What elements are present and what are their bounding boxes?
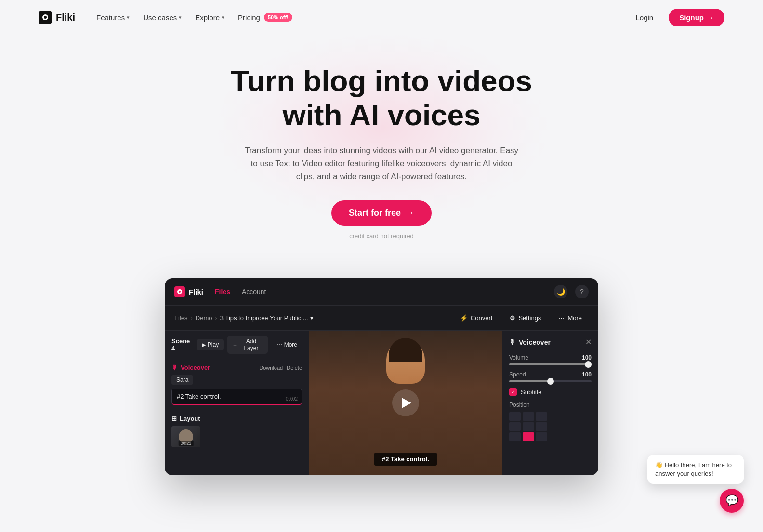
- vo-text-box[interactable]: #2 Take control. 00:02: [171, 389, 302, 405]
- voiceover-header: 🎙 Voiceover Download Delete: [171, 364, 302, 371]
- pos-cell-tr[interactable]: [536, 412, 547, 421]
- pos-cell-tl[interactable]: [509, 412, 521, 421]
- voiceover-section: 🎙 Voiceover Download Delete Sara #2 Take…: [165, 359, 309, 410]
- video-frame: #2 Take control.: [309, 331, 502, 475]
- right-panel-close-button[interactable]: ✕: [585, 337, 592, 347]
- chat-icon: 💬: [725, 494, 738, 507]
- left-panel: Scene 4 ▶ Play ＋ Add Layer ⋯ More: [165, 331, 309, 475]
- dark-mode-button[interactable]: 🌙: [554, 285, 567, 298]
- pos-cell-bl[interactable]: [509, 432, 521, 441]
- breadcrumb-bar: Files › Demo › 3 Tips to Improve Your Pu…: [165, 306, 598, 331]
- pricing-badge: 50% off!: [264, 13, 292, 22]
- person-hair: [389, 338, 422, 362]
- breadcrumb-chevron-icon: ▾: [310, 314, 314, 322]
- breadcrumb-actions: ⚡ Convert ⚙ Settings ⋯ More: [453, 311, 589, 324]
- nav-features[interactable]: Features ▾: [91, 10, 135, 26]
- subtitle-checkbox[interactable]: ✓: [509, 388, 517, 396]
- pos-cell-ml[interactable]: [509, 422, 521, 431]
- speed-setting: Speed 100: [509, 371, 592, 382]
- play-button[interactable]: ▶ Play: [197, 339, 224, 350]
- app-nav-account[interactable]: Account: [242, 288, 266, 296]
- layout-thumbnail[interactable]: 00:21: [171, 426, 200, 447]
- right-panel-mic-icon: 🎙: [509, 338, 516, 346]
- features-chevron-icon: ▾: [127, 14, 130, 21]
- logo[interactable]: Fliki: [39, 11, 75, 24]
- app-logo[interactable]: Fliki: [174, 286, 203, 297]
- layout-grid-icon: ⊞: [171, 415, 177, 422]
- speed-thumb[interactable]: [547, 378, 554, 385]
- play-icon: ▶: [202, 342, 206, 348]
- cta-arrow-icon: →: [406, 208, 414, 218]
- volume-label-row: Volume 100: [509, 354, 592, 361]
- help-button[interactable]: ?: [575, 285, 589, 298]
- pos-cell-mr[interactable]: [536, 422, 547, 431]
- play-overlay-button[interactable]: [392, 389, 419, 416]
- volume-thumb[interactable]: [585, 361, 592, 368]
- convert-icon: ⚡: [460, 314, 468, 322]
- right-panel: 🎙 Voiceover ✕ Volume 100 Speed: [502, 331, 598, 475]
- pos-cell-br[interactable]: [536, 432, 547, 441]
- main-navbar: Fliki Features ▾ Use cases ▾ Explore ▾ P…: [0, 0, 763, 35]
- nav-use-cases[interactable]: Use cases ▾: [137, 10, 187, 26]
- right-panel-title: 🎙 Voiceover: [509, 338, 551, 346]
- svg-point-1: [44, 16, 47, 19]
- position-label: Position: [509, 402, 592, 408]
- nav-pricing[interactable]: Pricing 50% off!: [232, 9, 298, 26]
- vo-timestamp: 00:02: [286, 396, 298, 402]
- hero-section: Turn blog into videos with AI voices Tra…: [0, 35, 763, 259]
- breadcrumb-sep-2: ›: [215, 314, 217, 322]
- sara-tag[interactable]: Sara: [171, 375, 193, 385]
- download-action[interactable]: Download: [259, 365, 283, 371]
- svg-point-3: [179, 291, 181, 293]
- breadcrumb: Files › Demo › 3 Tips to Improve Your Pu…: [174, 314, 314, 322]
- scene-more-button[interactable]: ⋯ More: [272, 339, 302, 350]
- login-button[interactable]: Login: [628, 10, 661, 26]
- volume-fill: [509, 363, 592, 365]
- signup-button[interactable]: Signup →: [669, 9, 724, 26]
- app-navbar-right: 🌙 ?: [554, 285, 589, 298]
- chat-widget: 👋 Hello there, I am here to answer your …: [647, 455, 744, 513]
- more-button[interactable]: ⋯ More: [552, 311, 589, 324]
- signup-arrow-icon: →: [707, 13, 714, 22]
- pos-cell-tc[interactable]: [523, 412, 534, 421]
- start-free-button[interactable]: Start for free →: [331, 200, 432, 226]
- credit-note: credit card not required: [10, 233, 753, 240]
- explore-chevron-icon: ▾: [222, 14, 224, 21]
- layout-section: ⊞ Layout 00:21: [165, 410, 309, 452]
- scene-label: Scene 4: [171, 337, 193, 352]
- scene-header: Scene 4 ▶ Play ＋ Add Layer ⋯ More: [165, 331, 309, 359]
- speed-slider[interactable]: [509, 380, 592, 382]
- use-cases-chevron-icon: ▾: [179, 14, 182, 21]
- video-caption: #2 Take control.: [374, 453, 437, 466]
- nav-explore[interactable]: Explore ▾: [189, 10, 230, 26]
- more-dots-icon: ⋯: [558, 314, 565, 322]
- layout-header: ⊞ Layout: [171, 415, 302, 422]
- volume-slider[interactable]: [509, 363, 592, 365]
- nav-links: Features ▾ Use cases ▾ Explore ▾ Pricing…: [91, 9, 298, 26]
- pos-cell-mc[interactable]: [523, 422, 534, 431]
- subtitle-label: Subtitle: [521, 389, 541, 396]
- speed-fill: [509, 380, 551, 382]
- breadcrumb-demo[interactable]: Demo: [196, 314, 212, 322]
- position-grid: [509, 412, 548, 441]
- app-nav-files[interactable]: Files: [215, 288, 230, 296]
- app-body: Scene 4 ▶ Play ＋ Add Layer ⋯ More: [165, 331, 598, 475]
- add-layer-icon: ＋: [232, 341, 237, 349]
- person-figure: [386, 340, 425, 384]
- settings-button[interactable]: ⚙ Settings: [503, 311, 548, 324]
- logo-icon: [39, 11, 52, 24]
- app-logo-icon: [174, 286, 185, 297]
- app-navbar: Fliki Files Account 🌙 ?: [165, 278, 598, 306]
- add-layer-button[interactable]: ＋ Add Layer: [227, 336, 268, 354]
- volume-setting: Volume 100: [509, 354, 592, 365]
- chat-open-button[interactable]: 💬: [720, 489, 744, 513]
- delete-action[interactable]: Delete: [287, 365, 302, 371]
- thumb-timestamp: 00:21: [179, 441, 194, 446]
- center-panel: #2 Take control.: [309, 331, 502, 475]
- convert-button[interactable]: ⚡ Convert: [453, 311, 500, 324]
- logo-text: Fliki: [56, 12, 75, 23]
- breadcrumb-files[interactable]: Files: [174, 314, 187, 322]
- pos-cell-bc[interactable]: [523, 432, 534, 441]
- speed-label-row: Speed 100: [509, 371, 592, 378]
- hero-heading: Turn blog into videos with AI voices: [213, 64, 550, 132]
